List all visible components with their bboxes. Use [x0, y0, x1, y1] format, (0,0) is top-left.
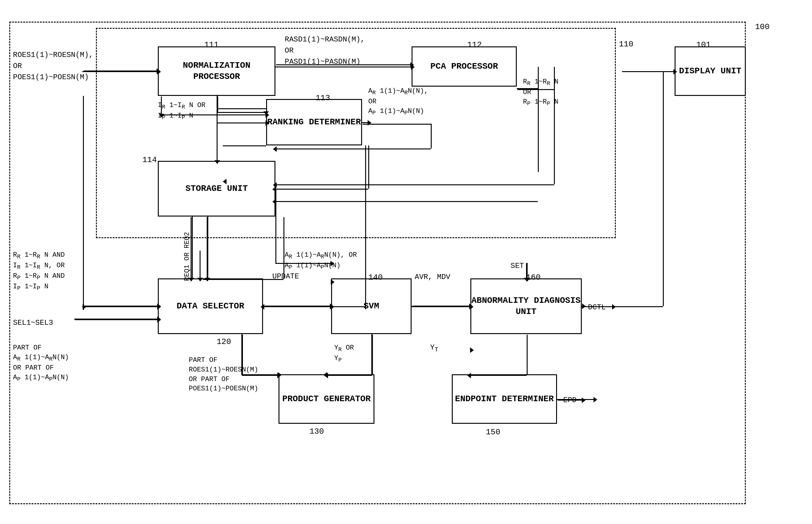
conn-svm-product-v [372, 335, 373, 375]
ref-113: 113 [315, 94, 330, 103]
conn-ir-to-ranking [217, 122, 266, 124]
conn-norm-ir-h [161, 114, 266, 115]
line-rank-storage-arrow [226, 181, 226, 182]
ref-150: 150 [486, 427, 500, 437]
conn-input-long-v [83, 97, 84, 306]
conn-svm-abn [412, 306, 470, 307]
conn-ar-ap-storage [276, 148, 431, 149]
conn-norm-ir-v [161, 97, 162, 114]
display-unit-block: DISPLAY UNIT [675, 46, 746, 96]
rasd-pasd-label: RASD1(1)~RASDN(M), OR PASD1(1)~PASDN(M) [285, 34, 365, 67]
conn-ar-ap-ds-h [203, 279, 283, 280]
part-ar-ap-label: PART OFAR 1(1)~ARN(N)OR PART OFAP 1(1)~A… [13, 343, 69, 383]
conn-set-abn [527, 263, 527, 278]
conn-norm-ir-down [217, 97, 218, 112]
rr-ir-rp-ip-label: RR 1~RR N ANDIR 1~IR N, ORRP 1~RP N ANDI… [13, 250, 65, 293]
conn-abn-up [663, 71, 664, 306]
line-norm-to-pca [275, 66, 411, 67]
conn-svm-product-h [327, 375, 372, 376]
conn-rr-rp-v [554, 67, 555, 184]
conn-rr-rp-storage [276, 184, 554, 185]
ir-ip-label: IR 1~IR N ORIP 1~IP N [158, 101, 206, 122]
conn-ar-ap-down-right [431, 124, 432, 148]
conn-norm-pca [276, 64, 411, 65]
storage-unit-block: STORAGE UNIT [158, 161, 275, 216]
ref-114: 114 [142, 155, 157, 165]
product-generator-block: PRODUCT GENERATOR [278, 374, 374, 424]
input-signal-label: ROES1(1)~ROESN(M), OR POES1(1)~POESN(M) [13, 49, 93, 83]
ref-110: 110 [619, 39, 633, 49]
set-label: SET [510, 262, 524, 270]
ref-112: 112 [467, 40, 482, 49]
dctl-label: DCTL [588, 303, 606, 311]
conn-to-display [663, 71, 674, 72]
line-storage-ar-ap-v [275, 189, 276, 263]
line-storage-req1 [192, 216, 193, 278]
conn-yt-ep [470, 375, 527, 376]
conn-abn-right [582, 306, 663, 307]
line-rr-rp-to-storage [275, 201, 538, 202]
conn-input-ds [83, 306, 158, 307]
line-ar-ap-to-storage [275, 189, 368, 190]
line-ar-ap-svm [331, 281, 331, 282]
ref-100: 100 [755, 22, 769, 32]
abnormality-diagnosis-unit-block: ABNORMALITY DIAGNOSIS UNIT [470, 278, 582, 334]
conn-ds-product-v [242, 335, 243, 375]
conn-storage-ar-ap-v [283, 217, 285, 279]
ar-ap-ranking-label: AR 1(1)~ARN(N),ORAP 1(1)~APN(N) [368, 87, 428, 117]
line-yt-to-ep [470, 349, 471, 350]
line-pca-down [538, 67, 539, 172]
avr-mdv-label: AVR, MDV [415, 273, 450, 281]
conn-abn-yt-v [527, 335, 527, 375]
conn-epd [558, 400, 582, 400]
yr-yp-label: YR ORYP [334, 343, 354, 364]
conn-ar-ap-ds-long [264, 306, 365, 307]
diagram-container: 100 110 NORMALIZATION PROCESSOR 111 PCA … [6, 9, 805, 517]
conn-ds-product-h [242, 375, 278, 376]
conn-req1-ds [191, 259, 192, 278]
ref-140: 140 [368, 273, 383, 282]
conn-input-norm [84, 70, 157, 71]
rr-rp-label: RR 1~RR NORRP 1~RP N [523, 77, 558, 108]
ref-130: 130 [309, 427, 324, 436]
conn-ranking-ar-ap-h [363, 124, 431, 125]
conn-dctl [582, 306, 583, 307]
conn-ir-h [217, 112, 265, 113]
line-ar-ap-down [368, 145, 369, 189]
line-ranking-out [362, 122, 368, 123]
ranking-determiner-block: RANKING DETERMINER [266, 99, 362, 145]
ref-111: 111 [204, 40, 219, 49]
sel-label: SEL1~SEL3 [13, 318, 53, 327]
line-rank-to-storage-h [223, 145, 266, 146]
ar-ap-storage-label: AR 1(1)~ARN(N), ORAP 1(1)~APN(N) [285, 250, 357, 272]
line-ir-ip-h [217, 108, 266, 109]
data-selector-block: DATA SELECTOR [158, 278, 263, 334]
line-to-data-selector [199, 250, 200, 278]
ref-101: 101 [696, 40, 711, 49]
conn-pca-rr-rp [517, 89, 554, 90]
conn-sel-ds [75, 319, 158, 320]
conn-req2-ds [207, 259, 208, 278]
conn-ranking-ar-ap-long-v [365, 145, 366, 309]
endpoint-determiner-block: ENDPOINT DETERMINER [452, 374, 557, 424]
yt-label: YT [430, 343, 438, 353]
normalization-processor-block: NORMALIZATION PROCESSOR [158, 46, 275, 96]
pca-processor-block: PCA PROCESSOR [411, 46, 517, 87]
ref-120: 120 [217, 337, 231, 346]
